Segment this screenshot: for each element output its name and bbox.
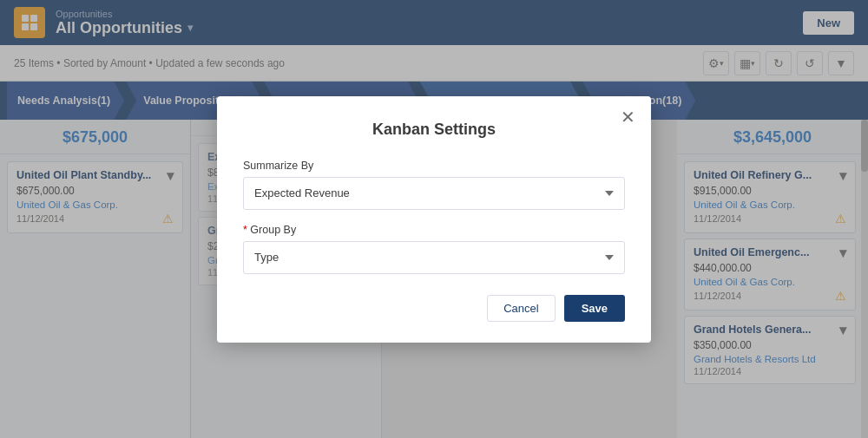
summarize-by-group: Summarize By Expected Revenue Revenue Co… [243, 160, 625, 210]
group-by-select[interactable]: Type Stage Salesperson Team [243, 241, 625, 274]
kanban-settings-modal: ✕ Kanban Settings Summarize By Expected … [217, 96, 651, 343]
group-by-label: Group By [243, 224, 625, 236]
save-button[interactable]: Save [564, 295, 625, 322]
modal-footer: Cancel Save [243, 295, 625, 322]
summarize-by-select[interactable]: Expected Revenue Revenue Count [243, 177, 625, 210]
modal-close-button[interactable]: ✕ [621, 108, 635, 126]
group-by-group: Group By Type Stage Salesperson Team [243, 224, 625, 274]
cancel-button[interactable]: Cancel [487, 295, 555, 322]
summarize-by-label: Summarize By [243, 160, 625, 172]
modal-overlay[interactable]: ✕ Kanban Settings Summarize By Expected … [0, 0, 868, 438]
modal-title: Kanban Settings [243, 121, 625, 139]
